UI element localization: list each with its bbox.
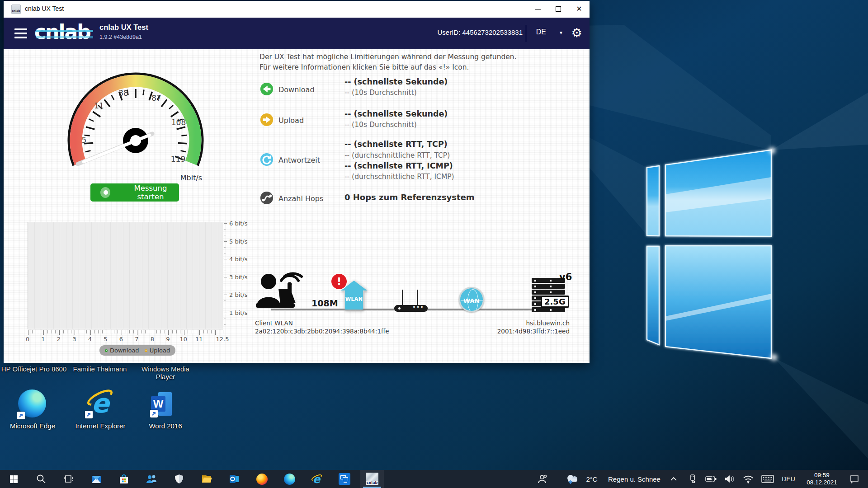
maximize-button[interactable] (548, 1, 569, 17)
y-tick (224, 277, 227, 277)
throughput-chart-plot (28, 222, 223, 329)
x-tick-label: 11 (195, 336, 203, 343)
tray-people-icon[interactable] (533, 470, 551, 488)
taskbar-edge[interactable] (278, 470, 301, 488)
desktop-label-familie-thalmann[interactable]: Familie Thalmann (69, 365, 131, 373)
task-view-button[interactable] (57, 470, 80, 488)
minimize-button[interactable] (527, 1, 548, 17)
y-tick (224, 313, 227, 313)
warning-exclamation-icon[interactable]: ! (331, 274, 347, 289)
hamburger-menu-icon[interactable] (14, 28, 27, 38)
cnlab-app-icon: cnlab (11, 5, 21, 14)
taskbar-internet-explorer[interactable]: e (305, 470, 329, 488)
clock[interactable]: 09:59 08.12.2021 (801, 470, 843, 488)
desktop-icon-microsoft-edge[interactable] (18, 389, 47, 418)
desktop-icon-label-word[interactable]: Word 2016 (136, 422, 195, 430)
y-tick (224, 295, 227, 295)
taskbar-outlook[interactable] (222, 470, 246, 488)
link-speed-label: 108M (311, 298, 338, 308)
touch-keyboard-icon[interactable] (759, 470, 777, 488)
tray-chevron-icon[interactable] (665, 470, 682, 488)
x-tick-label: 2 (57, 336, 61, 343)
store-icon (118, 473, 130, 485)
start-button-label: Messung starten (122, 184, 179, 201)
desktop-label-windows-media-player[interactable]: Windows Media Player (140, 365, 191, 380)
start-button[interactable] (2, 470, 25, 488)
gauge-dial (66, 67, 210, 189)
weather-icon[interactable] (564, 470, 580, 488)
hops-icon[interactable] (260, 191, 274, 205)
taskbar-firefox[interactable] (250, 470, 274, 488)
x-tick-label: 8 (151, 336, 154, 343)
download-primary: -- (schnellste Sekunde) (344, 77, 448, 86)
taskbar-search[interactable] (29, 470, 53, 488)
upload-label: Upload (278, 116, 304, 125)
app-version: 1.9.2 #43e8d9a1 (99, 34, 142, 40)
y-tick (224, 223, 227, 224)
close-button[interactable]: ✕ (569, 1, 590, 17)
volume-icon[interactable] (722, 470, 738, 488)
y-tick-label: 4 bit/s (229, 256, 248, 263)
windows-logo-icon (10, 475, 18, 483)
weather-temp[interactable]: 2°C (581, 470, 602, 488)
wlan-house-label: WLAN (341, 296, 367, 302)
start-measurement-button[interactable]: Messung starten (90, 183, 179, 202)
usb-icon[interactable] (684, 470, 701, 488)
weather-condition[interactable]: Regen u. Schnee (605, 470, 664, 488)
upload-secondary: -- (10s Durchschnitt) (344, 121, 417, 129)
speed-gauge: 5 11 38 87 108 119 Mbit/s (66, 67, 210, 189)
x-tick-label: 0 (26, 336, 29, 343)
x-tick-label: 7 (135, 336, 138, 343)
y-minor-tick (224, 271, 226, 271)
shortcut-arrow-icon (150, 410, 158, 418)
word-w-icon: W (151, 396, 165, 412)
legend-upload-label: Upload (150, 347, 170, 354)
cnlab-icon: cnlab (366, 473, 378, 485)
response-line1: -- (schnellste RTT, TCP) (344, 140, 448, 149)
desktop-label-hp-officejet[interactable]: HP Officejet Pro 8600 (1, 365, 67, 373)
gauge-label-11: 11 (94, 101, 104, 110)
server-address: 2001:4d98:3ffd:7::1eed (434, 327, 570, 335)
download-icon[interactable] (260, 82, 274, 96)
taskbar-remote-desktop[interactable] (333, 470, 356, 488)
y-minor-tick (224, 319, 226, 319)
language-selector[interactable]: DE (536, 28, 546, 36)
action-center-icon[interactable] (844, 470, 864, 488)
gear-icon[interactable]: ⚙ (571, 26, 582, 40)
taskbar: e cnlab (0, 470, 868, 488)
taskbar-mail[interactable] (85, 470, 108, 488)
y-tick-label: 5 bit/s (229, 238, 248, 244)
desktop-icon-word-2016[interactable]: W (151, 392, 173, 417)
battery-icon[interactable] (703, 470, 720, 488)
desktop-icon-internet-explorer[interactable]: e (86, 389, 114, 418)
taskbar-windows-security[interactable] (167, 470, 191, 488)
upload-primary: -- (schnellste Sekunde) (344, 109, 448, 118)
shield-icon (174, 474, 184, 484)
x-tick-label: 3 (72, 336, 76, 343)
chevron-down-icon[interactable]: ▼ (559, 30, 563, 35)
outlook-icon (228, 473, 240, 485)
taskbar-cnlab-ux-test[interactable]: cnlab (360, 470, 384, 488)
window-titlebar[interactable]: cnlab cnlab UX Test ✕ (4, 1, 590, 17)
response-time-icon[interactable] (260, 153, 274, 166)
response-line4: -- (durchschnittliche RTT, ICMP) (344, 173, 454, 181)
taskbar-file-explorer[interactable] (195, 470, 218, 488)
wifi-icon[interactable] (740, 470, 757, 488)
keyboard-language[interactable]: DEU (778, 470, 798, 488)
gauge-label-38: 38 (118, 89, 128, 98)
gauge-label-5: 5 (82, 136, 87, 145)
download-secondary: -- (10s Durchschnitt) (344, 89, 417, 97)
response-line2: -- (durchschnittliche RTT, TCP) (344, 151, 450, 160)
x-tick-label: 1 (41, 336, 45, 343)
taskbar-people[interactable] (140, 470, 163, 488)
client-device-icon (252, 271, 311, 310)
y-tick-label: 2 bit/s (229, 291, 248, 298)
desktop-icon-label-ie[interactable]: Internet Explorer (71, 422, 130, 430)
desktop-icon-label-edge[interactable]: Microsoft Edge (3, 422, 62, 430)
upload-icon[interactable] (260, 113, 274, 127)
download-label: Download (278, 85, 315, 94)
y-minor-tick (224, 324, 226, 325)
client-name: Client WLAN (255, 319, 389, 327)
logo-stripe (36, 36, 93, 38)
taskbar-store[interactable] (112, 470, 136, 488)
